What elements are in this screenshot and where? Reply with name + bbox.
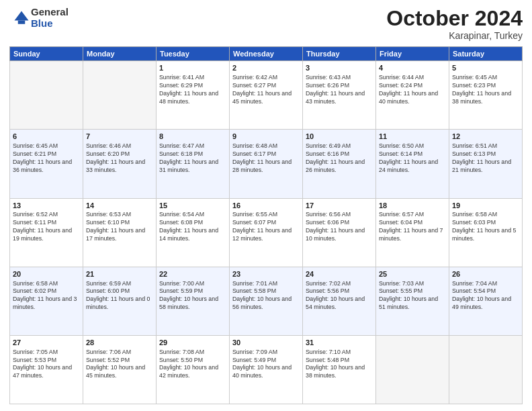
day-number: 14	[86, 201, 153, 211]
day-info: Sunrise: 6:48 AMSunset: 6:17 PMDaylight:…	[232, 142, 300, 175]
day-info: Sunrise: 6:56 AMSunset: 6:06 PMDaylight:…	[306, 211, 373, 243]
day-number: 27	[13, 338, 80, 348]
svg-marker-0	[15, 11, 29, 20]
day-number: 20	[13, 269, 80, 279]
table-row	[10, 61, 83, 130]
day-number: 24	[306, 269, 373, 279]
calendar-week-row: 13Sunrise: 6:52 AMSunset: 6:11 PMDayligh…	[10, 198, 523, 267]
month-title: October 2024	[386, 7, 523, 30]
header-monday: Monday	[83, 47, 157, 61]
day-number: 6	[13, 132, 80, 142]
logo-text: General Blue	[31, 7, 69, 29]
table-row: 26Sunrise: 7:04 AMSunset: 5:54 PMDayligh…	[449, 267, 523, 335]
header: General Blue October 2024 Karapinar, Tur…	[9, 7, 523, 41]
logo-icon	[12, 9, 31, 28]
day-number: 11	[379, 132, 446, 142]
day-info: Sunrise: 6:54 AMSunset: 6:08 PMDaylight:…	[159, 211, 226, 243]
table-row: 31Sunrise: 7:10 AMSunset: 5:48 PMDayligh…	[303, 335, 376, 404]
day-number: 18	[379, 201, 446, 211]
location-title: Karapinar, Turkey	[386, 30, 523, 41]
calendar-week-row: 20Sunrise: 6:58 AMSunset: 6:02 PMDayligh…	[10, 267, 523, 335]
table-row: 30Sunrise: 7:09 AMSunset: 5:49 PMDayligh…	[230, 335, 303, 404]
table-row: 3Sunrise: 6:43 AMSunset: 6:26 PMDaylight…	[303, 61, 376, 130]
day-info: Sunrise: 7:03 AMSunset: 5:55 PMDaylight:…	[379, 280, 446, 312]
day-info: Sunrise: 7:00 AMSunset: 5:59 PMDaylight:…	[159, 280, 226, 312]
day-number: 9	[232, 132, 300, 142]
day-number: 8	[159, 132, 226, 142]
day-number: 26	[452, 269, 519, 279]
day-number: 29	[159, 338, 226, 348]
header-wednesday: Wednesday	[230, 47, 303, 61]
day-info: Sunrise: 7:08 AMSunset: 5:50 PMDaylight:…	[159, 349, 226, 381]
svg-rect-1	[18, 20, 26, 24]
day-info: Sunrise: 6:45 AMSunset: 6:23 PMDaylight:…	[452, 74, 519, 106]
day-number: 19	[452, 201, 519, 211]
table-row: 8Sunrise: 6:47 AMSunset: 6:18 PMDaylight…	[157, 130, 230, 198]
header-friday: Friday	[376, 47, 449, 61]
day-info: Sunrise: 6:45 AMSunset: 6:21 PMDaylight:…	[13, 142, 80, 175]
page: General Blue October 2024 Karapinar, Tur…	[0, 0, 532, 411]
calendar-week-row: 27Sunrise: 7:05 AMSunset: 5:53 PMDayligh…	[10, 335, 523, 404]
day-number: 15	[159, 201, 226, 211]
day-info: Sunrise: 6:47 AMSunset: 6:18 PMDaylight:…	[159, 142, 226, 175]
table-row	[83, 61, 157, 130]
day-info: Sunrise: 6:51 AMSunset: 6:13 PMDaylight:…	[452, 142, 519, 175]
day-info: Sunrise: 6:58 AMSunset: 6:03 PMDaylight:…	[452, 211, 519, 243]
day-info: Sunrise: 6:44 AMSunset: 6:24 PMDaylight:…	[379, 74, 446, 106]
day-number: 4	[379, 63, 446, 73]
day-number: 28	[86, 338, 153, 348]
day-number: 30	[232, 338, 300, 348]
day-info: Sunrise: 6:41 AMSunset: 6:29 PMDaylight:…	[159, 74, 226, 106]
table-row: 1Sunrise: 6:41 AMSunset: 6:29 PMDaylight…	[157, 61, 230, 130]
table-row: 5Sunrise: 6:45 AMSunset: 6:23 PMDaylight…	[449, 61, 523, 130]
table-row: 16Sunrise: 6:55 AMSunset: 6:07 PMDayligh…	[230, 198, 303, 267]
day-number: 21	[86, 269, 153, 279]
day-number: 22	[159, 269, 226, 279]
logo-blue-label: Blue	[31, 18, 69, 30]
day-number: 25	[379, 269, 446, 279]
day-number: 5	[452, 63, 519, 73]
table-row: 13Sunrise: 6:52 AMSunset: 6:11 PMDayligh…	[10, 198, 83, 267]
header-thursday: Thursday	[303, 47, 376, 61]
day-info: Sunrise: 7:09 AMSunset: 5:49 PMDaylight:…	[232, 349, 300, 381]
logo: General Blue	[9, 7, 69, 29]
table-row: 24Sunrise: 7:02 AMSunset: 5:56 PMDayligh…	[303, 267, 376, 335]
day-info: Sunrise: 6:57 AMSunset: 6:04 PMDaylight:…	[379, 211, 446, 243]
days-header-row: Sunday Monday Tuesday Wednesday Thursday…	[10, 47, 523, 61]
day-info: Sunrise: 6:43 AMSunset: 6:26 PMDaylight:…	[306, 74, 373, 106]
table-row: 2Sunrise: 6:42 AMSunset: 6:27 PMDaylight…	[230, 61, 303, 130]
header-tuesday: Tuesday	[157, 47, 230, 61]
header-sunday: Sunday	[10, 47, 83, 61]
calendar: Sunday Monday Tuesday Wednesday Thursday…	[9, 46, 523, 404]
day-info: Sunrise: 6:46 AMSunset: 6:20 PMDaylight:…	[86, 142, 153, 175]
table-row: 25Sunrise: 7:03 AMSunset: 5:55 PMDayligh…	[376, 267, 449, 335]
day-info: Sunrise: 6:53 AMSunset: 6:10 PMDaylight:…	[86, 211, 153, 243]
day-info: Sunrise: 7:06 AMSunset: 5:52 PMDaylight:…	[86, 349, 153, 381]
day-number: 2	[232, 63, 300, 73]
table-row: 22Sunrise: 7:00 AMSunset: 5:59 PMDayligh…	[157, 267, 230, 335]
table-row: 18Sunrise: 6:57 AMSunset: 6:04 PMDayligh…	[376, 198, 449, 267]
day-info: Sunrise: 6:49 AMSunset: 6:16 PMDaylight:…	[306, 142, 373, 175]
table-row	[449, 335, 523, 404]
day-number: 16	[232, 201, 300, 211]
header-saturday: Saturday	[449, 47, 523, 61]
table-row: 9Sunrise: 6:48 AMSunset: 6:17 PMDaylight…	[230, 130, 303, 198]
table-row: 11Sunrise: 6:50 AMSunset: 6:14 PMDayligh…	[376, 130, 449, 198]
day-info: Sunrise: 6:50 AMSunset: 6:14 PMDaylight:…	[379, 142, 446, 175]
day-number: 23	[232, 269, 300, 279]
day-info: Sunrise: 7:01 AMSunset: 5:58 PMDaylight:…	[232, 280, 300, 312]
table-row: 4Sunrise: 6:44 AMSunset: 6:24 PMDaylight…	[376, 61, 449, 130]
day-info: Sunrise: 6:52 AMSunset: 6:11 PMDaylight:…	[13, 211, 80, 243]
day-info: Sunrise: 7:04 AMSunset: 5:54 PMDaylight:…	[452, 280, 519, 312]
table-row: 14Sunrise: 6:53 AMSunset: 6:10 PMDayligh…	[83, 198, 157, 267]
table-row: 6Sunrise: 6:45 AMSunset: 6:21 PMDaylight…	[10, 130, 83, 198]
day-number: 7	[86, 132, 153, 142]
day-info: Sunrise: 7:05 AMSunset: 5:53 PMDaylight:…	[13, 349, 80, 381]
table-row: 19Sunrise: 6:58 AMSunset: 6:03 PMDayligh…	[449, 198, 523, 267]
logo-general-label: General	[31, 7, 69, 18]
calendar-week-row: 6Sunrise: 6:45 AMSunset: 6:21 PMDaylight…	[10, 130, 523, 198]
table-row: 20Sunrise: 6:58 AMSunset: 6:02 PMDayligh…	[10, 267, 83, 335]
table-row: 29Sunrise: 7:08 AMSunset: 5:50 PMDayligh…	[157, 335, 230, 404]
table-row: 17Sunrise: 6:56 AMSunset: 6:06 PMDayligh…	[303, 198, 376, 267]
title-block: October 2024 Karapinar, Turkey	[386, 7, 523, 41]
